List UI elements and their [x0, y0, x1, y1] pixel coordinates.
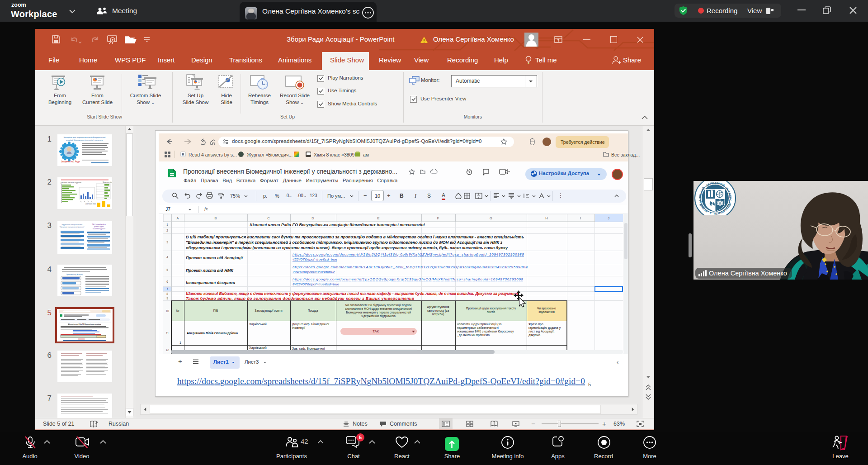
svg-text:, до якого ми прагнемо: , до якого ми прагнемо [457, 333, 490, 337]
svg-text:свого голосу (за: свого голосу (за [427, 309, 449, 313]
svg-text:3: 3 [166, 241, 168, 244]
svg-text:422407&rtpof=true&sd=true: 422407&rtpof=true&sd=true [292, 257, 337, 261]
svg-text:Аргументування: Аргументування [427, 305, 449, 309]
svg-text:потреби): потреби) [432, 313, 444, 316]
svg-text:2019 2020 2021: 2019 2020 2021 [85, 203, 96, 205]
svg-text:Проект листа від НМК: Проект листа від НМК [186, 268, 234, 273]
svg-text:Засідання №1 Ради: Засідання №1 Ради [61, 161, 80, 163]
svg-text:Динаміка кількості студентів: Динаміка кількості студентів [61, 182, 81, 184]
svg-text:H: H [545, 216, 547, 220]
svg-text:Матеріали для запрошених члені: Матеріали для запрошених членів Всеукраї… [64, 136, 106, 138]
svg-text:Чи висловлюєте Ви підтримку пр: Чи висловлюєте Ви підтримку пропозиції п… [345, 304, 412, 307]
svg-text:Чи враховано: Чи враховано [537, 307, 556, 310]
svg-text:Також будемо вдячні, якщо до г: Також будемо вдячні, якщо до голосування… [186, 296, 415, 301]
svg-text:параметрами забезпеченості: параметрами забезпеченості [457, 326, 499, 330]
svg-text:D: D [311, 216, 314, 220]
svg-text:В цій таблиці пропонується вис: В цій таблиці пропонується висловити сво… [186, 235, 524, 239]
svg-text:у якості однієї: у якості однієї [94, 226, 104, 228]
svg-text:10: 10 [165, 309, 169, 313]
svg-text:A: A [176, 216, 179, 220]
svg-text:9: 9 [166, 297, 168, 300]
svg-text:Укрупнення спеціальностей: Укрупнення спеціальностей [61, 224, 82, 226]
svg-text:особливої думки?: особливої думки? [93, 228, 105, 230]
svg-text:I: I [580, 216, 581, 220]
svg-text:2: 2 [166, 229, 168, 232]
svg-text:асоціації біомедичних інженері: асоціації біомедичних інженерів і технол… [66, 139, 103, 141]
svg-text:Шановні колеги! Вибачте, якщо: Шановні колеги! Вибачте, якщо є деякі не… [186, 291, 519, 296]
svg-text:Загальна кількість: Загальна кількість [103, 181, 112, 183]
svg-text:ТАК: ТАК [373, 329, 379, 333]
svg-text:Харківський: Харківський [249, 323, 267, 326]
svg-text:E: E [377, 216, 379, 220]
svg-text:8422407&rtpof=true&sd=true: 8422407&rtpof=true&sd=true [292, 282, 340, 286]
svg-text:ПІБ: ПІБ [213, 309, 218, 312]
svg-text:дякуємо: дякуємо [528, 333, 540, 337]
svg-text:5: 5 [166, 268, 168, 271]
svg-text:8: 8 [166, 292, 168, 295]
svg-text:«Загальне узагальнене бачення»: «Загальне узагальнене бачення» [59, 226, 85, 228]
svg-text:Доцент каф. Біомедичної: Доцент каф. Біомедичної [292, 323, 329, 326]
svg-text:обгрунтуванням і пропозиціями: обгрунтуванням і пропозиціями (посилання… [186, 246, 508, 250]
svg-text:Шановні члени Ради ГО Всеукраї: Шановні члени Ради ГО Всеукраїнська асоц… [68, 323, 101, 325]
svg-text:інженерами БМІ) з країнами Євр: інженерами БМІ) з країнами Євросоюзу [457, 330, 514, 333]
svg-text:https://docs.google.com/docume: https://docs.google.com/document/d/1Wn2i… [292, 252, 524, 256]
svg-text:Шановні члени Ради ГО Всеукраї: Шановні члени Ради ГО Всеукраїнська асоц… [250, 223, 425, 227]
svg-text:Чи її недоцільність: Чи її недоцільність [92, 223, 106, 225]
svg-text:Харківський: Харківський [249, 346, 267, 350]
svg-text:№: № [176, 309, 179, 312]
svg-text:G: G [490, 216, 492, 220]
svg-text:4: 4 [166, 256, 168, 259]
svg-text:Ілюстративні діаграми: Ілюстративні діаграми [186, 280, 236, 285]
svg-text:B: B [214, 216, 217, 220]
svg-text:C: C [267, 216, 270, 220]
svg-text:інженерії: інженерії [292, 326, 305, 330]
svg-text:J: J [608, 216, 609, 220]
svg-text:з державною підтримкою: з державною підтримкою [361, 314, 396, 318]
svg-text:5: 5 [588, 382, 591, 387]
svg-text:Заклад вищої освіти: Заклад вищої освіти [255, 309, 283, 313]
svg-text:6: 6 [166, 280, 168, 283]
svg-text:Проект листа від Асоціації: Проект листа від Асоціації [186, 256, 244, 260]
svg-text:12: 12 [165, 348, 169, 351]
svg-text:"Біомедична інженерія" в перел: "Біомедична інженерія" в перелік спеціал… [186, 240, 502, 245]
svg-text:листів: листів [487, 310, 495, 313]
svg-text:Фраза про: Фраза про [528, 323, 543, 326]
svg-text:1: 1 [179, 341, 181, 344]
svg-text:Біомедична інженерія у перелік: Біомедична інженерія у перелік спеціальн… [346, 311, 411, 314]
svg-text:гармонізацію додана у: гармонізацію додана у [528, 326, 561, 330]
svg-text:https://docs.google.com/docume: https://docs.google.com/document/d/1AnEU… [292, 265, 528, 269]
svg-text:лист від Асоціації,: лист від Асоціації, [528, 330, 554, 333]
svg-text:7: 7 [166, 287, 168, 290]
svg-text:Посада: Посада [308, 309, 318, 313]
svg-text:F: F [437, 216, 439, 220]
svg-text:22407&rtpof=true&sd=true: 22407&rtpof=true&sd=true [292, 270, 335, 274]
svg-text:клопотання в МОН щодо внесення: клопотання в МОН щодо внесення спеціальн… [345, 307, 412, 311]
svg-text:зауваження: зауваження [538, 310, 555, 314]
svg-text:11: 11 [166, 332, 169, 335]
svg-text:написати щодо гармонізації (з: написати щодо гармонізації (за [457, 323, 502, 326]
svg-text:Пропозиції від Асоціації: Пропозиції від Асоціації [66, 274, 83, 275]
svg-text:Авер'янова Лілія Олександрівна: Авер'янова Лілія Олександрівна [187, 332, 238, 335]
svg-text:https://docs.google.com/docume: https://docs.google.com/document/d/1pxOD… [292, 277, 524, 281]
svg-text:https://docs.google.com/spread: https://docs.google.com/spreadsheets/d/1… [177, 376, 585, 386]
svg-text:1: 1 [166, 223, 168, 226]
svg-text:Пропозиції щодо корегування те: Пропозиції щодо корегування тексту [466, 307, 516, 310]
